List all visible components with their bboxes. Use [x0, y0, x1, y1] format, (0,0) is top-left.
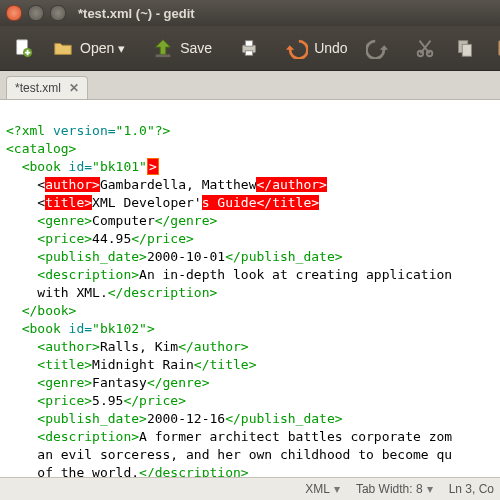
save-button[interactable]: Save — [144, 33, 220, 63]
search-match: </author> — [256, 177, 326, 192]
tab-label: *test.xml — [15, 81, 61, 95]
open-label: Open — [80, 40, 114, 56]
print-button[interactable] — [230, 33, 268, 63]
svg-rect-9 — [462, 44, 471, 56]
paste-button[interactable] — [486, 33, 500, 63]
status-bar: XML▾ Tab Width: 8▾ Ln 3, Co — [0, 477, 500, 500]
tab-width-selector[interactable]: Tab Width: 8▾ — [356, 482, 435, 496]
search-match: title> — [45, 195, 92, 210]
cut-button[interactable] — [406, 33, 444, 63]
chevron-down-icon: ▾ — [334, 482, 342, 496]
open-button[interactable]: Open ▾ — [44, 33, 134, 63]
save-icon — [152, 37, 174, 59]
search-current-match: > — [147, 158, 159, 175]
redo-button[interactable] — [358, 33, 396, 63]
save-label: Save — [180, 40, 212, 56]
copy-button[interactable] — [446, 33, 484, 63]
file-tab[interactable]: *test.xml ✕ — [6, 76, 88, 99]
window-title: *test.xml (~) - gedit — [78, 6, 195, 21]
window-titlebar: *test.xml (~) - gedit — [0, 0, 500, 26]
scissors-icon — [414, 37, 436, 59]
search-match: Guide</title> — [210, 195, 320, 210]
search-match: s — [202, 195, 210, 210]
tab-close-icon[interactable]: ✕ — [69, 81, 79, 95]
svg-rect-2 — [156, 54, 171, 57]
chevron-down-icon: ▾ — [118, 41, 126, 56]
window-maximize-button[interactable] — [50, 5, 66, 21]
new-file-button[interactable] — [4, 33, 42, 63]
chevron-down-icon: ▾ — [427, 482, 435, 496]
new-file-icon — [12, 37, 34, 59]
paste-icon — [494, 37, 500, 59]
redo-arrow-icon — [366, 37, 388, 59]
tab-bar: *test.xml ✕ — [0, 71, 500, 100]
window-minimize-button[interactable] — [28, 5, 44, 21]
search-match: author> — [45, 177, 100, 192]
copy-icon — [454, 37, 476, 59]
folder-open-icon — [52, 37, 74, 59]
undo-arrow-icon — [286, 37, 308, 59]
undo-label: Undo — [314, 40, 347, 56]
svg-rect-5 — [246, 51, 253, 56]
print-icon — [238, 37, 260, 59]
window-close-button[interactable] — [6, 5, 22, 21]
cursor-position: Ln 3, Co — [449, 482, 494, 496]
toolbar: Open ▾ Save Undo — [0, 26, 500, 71]
language-selector[interactable]: XML▾ — [305, 482, 342, 496]
svg-rect-4 — [246, 41, 253, 47]
undo-button[interactable]: Undo — [278, 33, 355, 63]
code-editor[interactable]: <?xml version="1.0"?> <catalog> <book id… — [0, 100, 500, 488]
